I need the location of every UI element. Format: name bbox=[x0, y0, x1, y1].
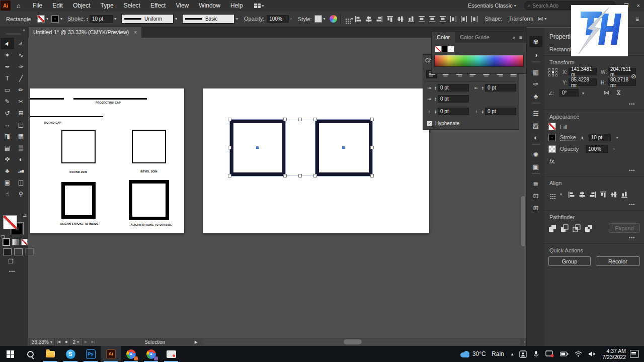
zoom-tool[interactable]: ⚲ bbox=[14, 188, 28, 200]
mesh-tool[interactable]: ▤ bbox=[1, 142, 14, 153]
transform-more-options[interactable]: ••• bbox=[629, 102, 635, 107]
transparency-panel-icon[interactable]: ◐ bbox=[529, 132, 542, 143]
color-guide-panel-icon[interactable]: ◑ bbox=[529, 49, 542, 60]
draw-behind-button[interactable] bbox=[14, 248, 23, 255]
brush-definition-dropdown[interactable]: Basic bbox=[182, 14, 234, 24]
first-line-indent-stepper[interactable]: ▴▾ bbox=[435, 97, 436, 101]
color-spectrum-bar[interactable] bbox=[434, 55, 524, 67]
color-panel-icon[interactable]: ✾ bbox=[529, 36, 542, 47]
rotate-tool[interactable]: ↺ bbox=[1, 107, 14, 119]
distribute-v-center-button[interactable] bbox=[428, 15, 437, 23]
appearance-more-options[interactable]: ••• bbox=[629, 168, 635, 173]
last-artboard-button[interactable]: ▶| bbox=[90, 340, 97, 344]
document-tab[interactable]: Untitled-1* @ 33.33% (CMYK/Preview) × bbox=[29, 27, 141, 38]
opacity-arrow[interactable]: › bbox=[613, 147, 615, 151]
paintbrush-tool[interactable]: ✏ bbox=[14, 84, 28, 96]
fill-swatch[interactable] bbox=[548, 123, 556, 130]
white-swatch[interactable] bbox=[448, 46, 454, 52]
right-indent-field[interactable]: 0 pt bbox=[485, 84, 516, 92]
opacity-swatch[interactable] bbox=[548, 145, 556, 153]
toolbar-grip[interactable] bbox=[6, 33, 21, 35]
align-to-icon[interactable] bbox=[550, 194, 551, 195]
artboards-panel-icon[interactable]: ⊡ bbox=[529, 190, 542, 201]
taskbar-search-button[interactable] bbox=[20, 346, 40, 362]
selection-handle[interactable] bbox=[228, 174, 231, 177]
teams-tray-icon[interactable] bbox=[519, 350, 527, 358]
stroke-label[interactable]: Stroke: bbox=[67, 16, 85, 22]
round-join-square[interactable] bbox=[61, 130, 96, 163]
menu-type[interactable]: Type bbox=[96, 0, 119, 11]
artboard-tool[interactable]: ▣ bbox=[1, 176, 14, 188]
swap-fill-stroke-icon[interactable]: ⇄ bbox=[23, 213, 27, 218]
align-top-button[interactable] bbox=[599, 190, 607, 199]
artboard-2[interactable] bbox=[203, 88, 429, 233]
menu-view[interactable]: View bbox=[171, 0, 194, 11]
asset-export-panel-icon[interactable]: ⊞ bbox=[529, 202, 542, 213]
stroke-label[interactable]: Stroke bbox=[560, 134, 576, 141]
gradient-panel-icon[interactable]: ▨ bbox=[529, 120, 542, 131]
rotate-field[interactable]: 0° bbox=[559, 89, 579, 97]
start-button[interactable] bbox=[0, 346, 20, 362]
eyedropper-tool[interactable]: ✜ bbox=[1, 153, 14, 165]
direct-selection-tool[interactable]: ➢ bbox=[14, 38, 28, 49]
edit-toolbar-button[interactable]: ••• bbox=[9, 269, 15, 274]
align-top-button[interactable] bbox=[386, 15, 394, 23]
illustrator-app-icon[interactable]: Ai bbox=[1, 1, 11, 11]
wifi-tray-icon[interactable] bbox=[575, 351, 582, 357]
previous-artboard-button[interactable]: ◀ bbox=[62, 340, 69, 344]
flip-horizontal-icon[interactable]: ⋈ bbox=[604, 89, 609, 96]
slice-tool[interactable]: ◫ bbox=[14, 176, 28, 188]
stroke-weight-field[interactable]: 10 pt bbox=[90, 15, 113, 23]
projecting-cap-line-left[interactable] bbox=[30, 98, 64, 100]
brushes-panel-icon[interactable]: ✑ bbox=[529, 78, 542, 89]
transform-label[interactable]: Transform bbox=[508, 16, 533, 22]
first-line-indent-field[interactable]: 0 pt bbox=[438, 95, 469, 103]
rectangle-tool[interactable]: ▭ bbox=[1, 84, 14, 96]
align-h-center-button[interactable] bbox=[365, 15, 373, 23]
illustrator-button[interactable]: Ai bbox=[101, 346, 121, 362]
control-panel-menu-icon[interactable]: ≡ bbox=[635, 16, 639, 23]
arrange-documents-icon[interactable] bbox=[254, 4, 261, 8]
collapse-panel-icon[interactable]: » bbox=[513, 35, 516, 40]
align-right-button[interactable] bbox=[588, 190, 597, 199]
align-right-button[interactable] bbox=[375, 15, 384, 23]
symbol-sprayer-tool[interactable]: ♣ bbox=[1, 165, 14, 176]
menu-select[interactable]: Select bbox=[119, 0, 145, 11]
stroke-inside-square[interactable] bbox=[61, 182, 96, 219]
fill-chevron[interactable]: ▾ bbox=[46, 17, 48, 21]
draw-inside-button[interactable] bbox=[25, 248, 34, 255]
pathfinder-intersect-button[interactable] bbox=[573, 224, 581, 233]
gradient-tool[interactable]: ▒ bbox=[14, 142, 28, 153]
selection-handle[interactable] bbox=[298, 174, 302, 177]
tab-color[interactable]: Color bbox=[432, 32, 455, 43]
selection-handle[interactable] bbox=[298, 118, 302, 121]
object-center-point[interactable] bbox=[342, 146, 345, 149]
appearance-panel-icon[interactable]: ✺ bbox=[529, 149, 542, 160]
stroke-chevron[interactable]: ▾ bbox=[60, 17, 62, 21]
stroke-weight-chevron[interactable]: ▾ bbox=[114, 17, 116, 21]
transform-chevron[interactable]: ▾ bbox=[544, 17, 546, 21]
vertical-scrollbar[interactable] bbox=[521, 196, 525, 246]
clock-widget[interactable]: 4:37 AM 7/23/2022 bbox=[602, 348, 626, 360]
dock-group-grip[interactable] bbox=[532, 103, 540, 104]
scroll-right-arrow[interactable]: › bbox=[523, 339, 526, 344]
shape-builder-tool[interactable]: ◨ bbox=[1, 130, 14, 142]
selection-handle[interactable] bbox=[228, 118, 231, 121]
artboard-1[interactable]: PROJECTING CAP ROUND CAP ROUND JOIN BEVE… bbox=[30, 88, 184, 233]
recolor-button[interactable]: Recolor bbox=[596, 256, 640, 266]
space-after-stepper[interactable]: ▴▾ bbox=[482, 110, 484, 114]
close-window-button[interactable]: × bbox=[633, 3, 644, 9]
pathfinder-unite-button[interactable] bbox=[548, 224, 556, 233]
selection-handle[interactable] bbox=[313, 118, 317, 121]
none-swatch[interactable] bbox=[435, 46, 441, 52]
stroke-panel-icon[interactable]: ☰ bbox=[529, 108, 542, 119]
dock-group-grip[interactable] bbox=[532, 61, 540, 62]
symbols-panel-icon[interactable]: ♣ bbox=[529, 90, 542, 102]
gradient-button[interactable] bbox=[12, 239, 19, 245]
selection-handle[interactable] bbox=[370, 174, 374, 177]
left-indent-field[interactable]: 0 pt bbox=[438, 84, 469, 92]
volume-muted-tray-icon[interactable] bbox=[588, 351, 596, 357]
graphic-styles-panel-icon[interactable]: ▣ bbox=[529, 161, 542, 172]
perspective-grid-tool[interactable]: ▦ bbox=[14, 130, 28, 142]
y-field[interactable]: 85.4228 mr bbox=[569, 78, 597, 86]
